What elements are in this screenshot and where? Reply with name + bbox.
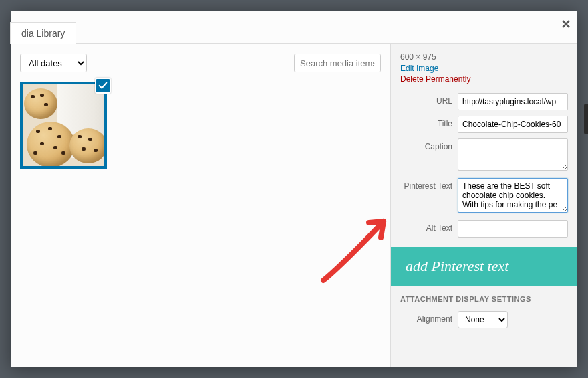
pinterest-text-field[interactable]: These are the BEST soft chocolate chip c… (458, 178, 568, 213)
filter-dates-select[interactable]: All dates (20, 54, 87, 72)
title-field[interactable] (458, 116, 568, 133)
checkmark-icon[interactable] (95, 78, 111, 94)
right-edge-indicator (584, 104, 588, 134)
delete-permanently-link[interactable]: Delete Permanently (400, 74, 568, 84)
media-modal: × dia Library All dates (11, 11, 577, 367)
callout-banner: add Pinterest text (391, 247, 577, 286)
pinterest-text-label: Pinterest Text (400, 178, 458, 191)
url-field[interactable] (458, 93, 568, 110)
content-row: All dates (11, 44, 577, 367)
caption-field[interactable] (458, 138, 568, 171)
library-panel: All dates (11, 44, 390, 367)
attachment-details-panel: 600 × 975 Edit Image Delete Permanently … (390, 44, 577, 367)
alt-text-label: Alt Text (400, 220, 458, 233)
thumbnail-image (23, 84, 104, 166)
dimensions-text: 600 × 975 (400, 52, 568, 62)
search-input[interactable] (294, 54, 381, 72)
alignment-label: Alignment (400, 311, 458, 324)
alt-text-field[interactable] (458, 220, 568, 238)
title-label: Title (400, 116, 458, 128)
close-icon[interactable]: × (561, 16, 571, 32)
url-label: URL (400, 93, 458, 106)
caption-label: Caption (400, 138, 458, 151)
edit-image-link[interactable]: Edit Image (400, 64, 568, 73)
display-settings-heading: ATTACHMENT DISPLAY SETTINGS (400, 295, 568, 303)
attachment-thumbnail-selected[interactable] (20, 82, 107, 169)
library-toolbar: All dates (20, 54, 381, 72)
alignment-select[interactable]: None (458, 311, 508, 328)
tab-media-library[interactable]: dia Library (10, 22, 76, 44)
tab-row: dia Library (11, 11, 577, 44)
